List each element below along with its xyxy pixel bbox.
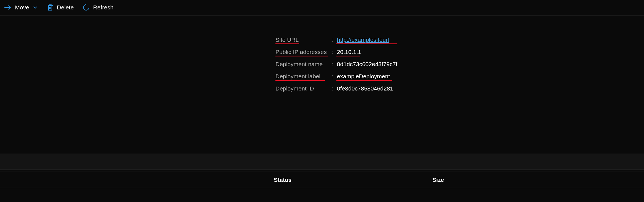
red-underline-annotation: [336, 80, 392, 81]
red-underline-annotation: [275, 80, 325, 81]
refresh-label: Refresh: [93, 4, 114, 11]
refresh-icon: [83, 4, 90, 11]
chevron-down-icon: [32, 5, 38, 10]
detail-row-site-url: Site URL : http://examplesiteurl: [275, 37, 397, 43]
deployment-name-label: Deployment name: [275, 61, 332, 68]
arrow-right-icon: [4, 4, 12, 11]
move-button[interactable]: Move: [4, 4, 38, 11]
deployment-id-label: Deployment ID: [275, 85, 332, 92]
red-underline-annotation: [275, 43, 299, 44]
delete-label: Delete: [57, 4, 74, 11]
colon: :: [332, 73, 334, 80]
deployment-name-value: 8d1dc73c602e43f79c7f: [337, 61, 397, 68]
detail-row-deployment-name: Deployment name : 8d1dc73c602e43f79c7f: [275, 61, 397, 68]
colon: :: [332, 85, 334, 92]
site-url-label: Site URL: [275, 37, 332, 43]
refresh-button[interactable]: Refresh: [83, 4, 114, 11]
public-ip-label: Public IP addresses: [275, 49, 332, 55]
section-divider: [0, 154, 644, 170]
colon: :: [332, 49, 334, 55]
public-ip-value: 20.10.1.1: [337, 49, 361, 55]
deployment-label-value: exampleDeployment: [337, 73, 390, 80]
table-header: Status Size: [0, 172, 644, 188]
detail-row-deployment-label: Deployment label : exampleDeployment: [275, 73, 397, 80]
red-underline-annotation: [336, 56, 360, 56]
detail-row-deployment-id: Deployment ID : 0fe3d0c7858046d281: [275, 85, 397, 92]
red-underline-annotation: [275, 56, 328, 56]
deployment-id-value: 0fe3d0c7858046d281: [337, 85, 393, 92]
colon: :: [332, 61, 334, 68]
details-panel: Site URL : http://examplesiteurl Public …: [275, 37, 397, 97]
toolbar: Move Delete Refresh: [0, 0, 644, 15]
column-header-size[interactable]: Size: [432, 177, 444, 183]
move-label: Move: [15, 4, 29, 11]
delete-button[interactable]: Delete: [47, 4, 74, 11]
trash-icon: [47, 4, 53, 11]
deployment-label-label: Deployment label: [275, 73, 332, 80]
red-underline-annotation: [336, 43, 397, 44]
colon: :: [332, 37, 334, 43]
site-url-value[interactable]: http://examplesiteurl: [337, 37, 389, 43]
detail-row-public-ip: Public IP addresses : 20.10.1.1: [275, 49, 397, 55]
column-header-status[interactable]: Status: [274, 177, 292, 183]
